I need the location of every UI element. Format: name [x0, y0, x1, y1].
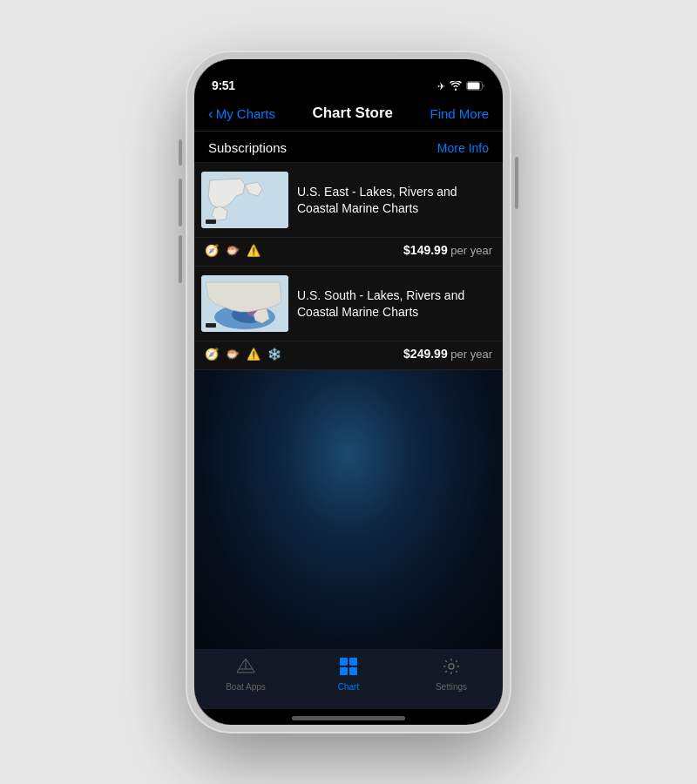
chart-price-0: $149.99 per year: [403, 243, 492, 257]
chart-thumbnail-1: [201, 275, 288, 332]
chart-info-1: U.S. South - Lakes, Rivers and Coastal M…: [297, 287, 492, 319]
phone-frame: 9:51 ✈: [187, 52, 510, 732]
warning-icon-1: ⚠️: [247, 348, 261, 361]
chart-name-0: U.S. East - Lakes, Rivers and Coastal Ma…: [297, 185, 457, 214]
warning-icon-0: ⚠️: [247, 244, 261, 257]
svg-rect-20: [349, 667, 357, 675]
chart-card-1[interactable]: U.S. South - Lakes, Rivers and Coastal M…: [194, 267, 503, 370]
home-bar: [292, 716, 405, 720]
chart-card-0[interactable]: U.S. East - Lakes, Rivers and Coastal Ma…: [194, 163, 503, 267]
chart-price-1: $249.99 per year: [403, 347, 492, 361]
tab-boat-apps-label: Boat Apps: [226, 682, 266, 692]
section-header: Subscriptions More Info: [194, 132, 503, 163]
svg-rect-17: [340, 658, 348, 666]
section-title: Subscriptions: [208, 140, 287, 155]
chart-feature-icons-1: 🧭 🐡 ⚠️ ❄️: [205, 348, 281, 361]
svg-rect-15: [206, 323, 216, 328]
volume-up-button: [179, 179, 182, 226]
tab-bar: Boat Apps Chart: [194, 649, 503, 709]
battery-icon: [466, 81, 485, 92]
status-icons: ✈: [437, 81, 485, 92]
chart-card-bottom-0: 🧭 🐡 ⚠️ $149.99 per year: [194, 237, 503, 266]
boat-apps-icon: [235, 657, 256, 679]
chart-tab-icon: [339, 657, 358, 679]
navigation-bar: ‹ My Charts Chart Store Find More: [194, 98, 503, 132]
find-more-button[interactable]: Find More: [430, 106, 489, 121]
tab-boat-apps[interactable]: Boat Apps: [211, 657, 281, 692]
mute-button: [179, 139, 182, 166]
notch: [283, 59, 414, 84]
svg-point-21: [449, 664, 454, 669]
back-label: My Charts: [216, 106, 275, 121]
svg-rect-1: [468, 83, 480, 90]
fish-icon-0: 🐡: [226, 244, 240, 257]
chart-info-0: U.S. East - Lakes, Rivers and Coastal Ma…: [297, 184, 492, 215]
more-info-link[interactable]: More Info: [437, 141, 489, 155]
svg-rect-19: [340, 667, 348, 675]
compass-icon-1: 🧭: [205, 348, 219, 361]
phone-frame-wrapper: 9:51 ✈: [187, 52, 510, 732]
settings-icon: [442, 657, 461, 679]
fish-icon-1: 🐡: [226, 348, 240, 361]
svg-rect-18: [349, 658, 357, 666]
snow-icon-1: ❄️: [267, 348, 281, 361]
back-button[interactable]: ‹ My Charts: [208, 106, 275, 121]
chart-card-bottom-1: 🧭 🐡 ⚠️ ❄️ $249.99 per year: [194, 341, 503, 369]
chart-name-1: U.S. South - Lakes, Rivers and Coastal M…: [297, 288, 464, 318]
svg-rect-7: [206, 220, 216, 224]
tab-settings[interactable]: Settings: [416, 657, 486, 692]
content-area: Subscriptions More Info: [194, 132, 503, 649]
chart-card-top-1: U.S. South - Lakes, Rivers and Coastal M…: [194, 267, 503, 341]
tab-chart[interactable]: Chart: [314, 657, 383, 692]
tab-chart-label: Chart: [338, 682, 359, 692]
tab-settings-label: Settings: [436, 682, 467, 692]
volume-down-button: [179, 235, 182, 283]
nav-title: Chart Store: [312, 105, 393, 122]
wifi-icon: [450, 81, 462, 92]
chart-feature-icons-0: 🧭 🐡 ⚠️: [205, 244, 261, 257]
back-chevron-icon: ‹: [208, 106, 213, 121]
home-indicator: [194, 709, 503, 725]
status-time: 9:51: [212, 78, 235, 92]
airplane-icon: ✈: [437, 81, 445, 92]
phone-screen: 9:51 ✈: [194, 59, 503, 725]
compass-icon-0: 🧭: [205, 244, 219, 257]
power-button: [515, 157, 518, 209]
chart-card-top-0: U.S. East - Lakes, Rivers and Coastal Ma…: [194, 163, 503, 237]
chart-thumbnail-0: [201, 172, 288, 228]
background-area: [194, 370, 503, 649]
